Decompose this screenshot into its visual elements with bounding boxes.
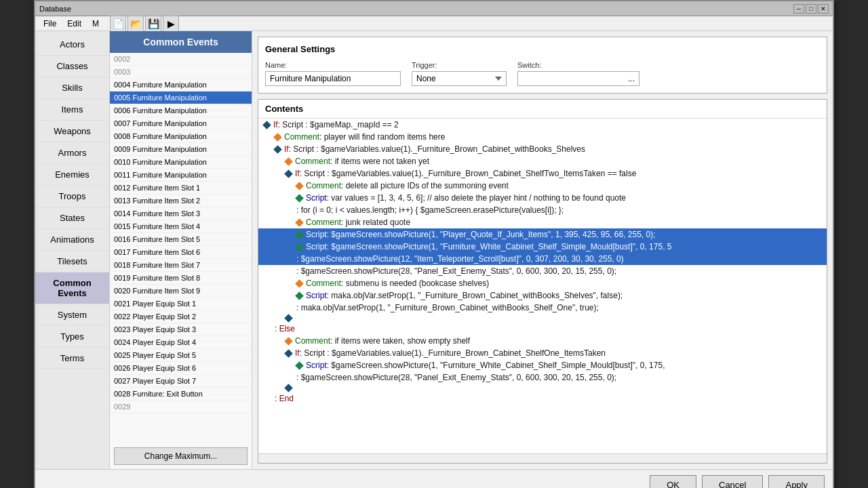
switch-label: Switch: [517, 61, 639, 69]
content-line[interactable]: Comment : if items were not taken yet [258, 155, 827, 167]
content-line[interactable]: : maka.objVar.setProp(1, "_Furniture_Bro… [258, 302, 827, 314]
content-line[interactable]: : $gameScreen.showPicture(28, "Panel_Exi… [258, 265, 827, 277]
contents-box: Contents If : Script : $gameMap._mapId =… [258, 99, 827, 464]
event-list-item[interactable]: 0019 Furniture Item Slot 8 [110, 272, 252, 285]
event-list-item[interactable]: 0012 Furniture Item Slot 1 [110, 182, 252, 195]
content-line[interactable]: Script : maka.objVar.setProp(1, "_Furnit… [258, 289, 827, 302]
sidebar-item-actors[interactable]: Actors [35, 34, 109, 56]
footer-buttons: OK Cancel Apply [35, 469, 833, 488]
common-events-panel: Common Events 000200030004 Furniture Man… [110, 31, 252, 469]
content-line[interactable]: Comment : submenu is needed (bookcase sh… [258, 277, 827, 289]
event-list-item[interactable]: 0029 [110, 401, 252, 413]
content-line[interactable]: If : Script : $gameVariables.value(1)._F… [258, 143, 827, 155]
event-list-item[interactable]: 0026 Player Equip Slot 6 [110, 362, 252, 375]
content-line[interactable]: If : Script : $gameVariables.value(1)._F… [258, 167, 827, 180]
menu-edit[interactable]: Edit [62, 18, 87, 30]
content-line[interactable]: : End [258, 392, 827, 405]
content-line[interactable]: Comment : if items were taken, show empt… [258, 335, 827, 347]
contents-inner[interactable]: If : Script : $gameMap._mapId == 2Commen… [258, 119, 827, 453]
event-list-item[interactable]: 0007 Furniture Manipulation [110, 117, 252, 130]
sidebar-item-armors[interactable]: Armors [35, 142, 109, 164]
name-field: Name: [265, 61, 401, 86]
event-list-item[interactable]: 0017 Furniture Item Slot 6 [110, 246, 252, 259]
event-list-item[interactable]: 0011 Furniture Manipulation [110, 169, 252, 182]
event-list-item[interactable]: 0003 [110, 66, 252, 79]
menu-m[interactable]: M [87, 18, 104, 30]
events-list-container: 000200030004 Furniture Manipulation0005 … [110, 53, 252, 443]
cancel-button[interactable]: Cancel [702, 475, 763, 488]
change-maximum-button[interactable]: Change Maximum... [114, 447, 248, 465]
event-list-item[interactable]: 0021 Player Equip Slot 1 [110, 298, 252, 310]
event-list-item[interactable]: 0028 Furniture: Exit Button [110, 388, 252, 401]
events-list[interactable]: 000200030004 Furniture Manipulation0005 … [110, 53, 252, 443]
ok-button[interactable]: OK [650, 475, 696, 488]
event-list-item[interactable]: 0009 Furniture Manipulation [110, 143, 252, 156]
sidebar: Actors Classes Skills Items Weapons Armo… [35, 31, 110, 469]
toolbar-open-button[interactable]: 📂 [127, 16, 144, 32]
title-bar-controls: ─ □ ✕ [793, 4, 829, 14]
event-list-item[interactable]: 0024 Player Equip Slot 4 [110, 336, 252, 349]
content-line[interactable]: Comment : delete all picture IDs of the … [258, 180, 827, 192]
event-list-item[interactable]: 0014 Furniture Item Slot 3 [110, 207, 252, 220]
content-line[interactable]: Comment : junk related quote [258, 216, 827, 228]
content-line[interactable]: If : Script : $gameMap._mapId == 2 [258, 119, 827, 131]
maximize-button[interactable]: □ [806, 4, 816, 14]
sidebar-item-classes[interactable]: Classes [35, 56, 109, 77]
content-line[interactable]: : $gameScreen.showPicture(28, "Panel_Exi… [258, 371, 827, 384]
content-line[interactable]: Script : $gameScreen.showPicture(1, "Pla… [258, 228, 827, 241]
sidebar-item-items[interactable]: Items [35, 99, 109, 121]
sidebar-item-troops[interactable]: Troops [35, 186, 109, 207]
minimize-button[interactable]: ─ [793, 4, 804, 14]
content-line[interactable]: : $gameScreen.showPicture(12, "Item_Tele… [258, 253, 827, 265]
toolbar-new-button[interactable]: 📄 [110, 16, 126, 32]
menu-file[interactable]: File [38, 18, 62, 30]
sidebar-item-enemies[interactable]: Enemies [35, 164, 109, 186]
apply-button[interactable]: Apply [768, 475, 825, 488]
sidebar-item-animations[interactable]: Animations [35, 229, 109, 251]
sidebar-item-skills[interactable]: Skills [35, 77, 109, 99]
event-list-item[interactable]: 0005 Furniture Manipulation [110, 92, 252, 104]
name-input[interactable] [265, 71, 401, 86]
trigger-select[interactable]: None Autorun Parallel [412, 71, 507, 86]
content-line[interactable]: If : Script : $gameVariables.value(1)._F… [258, 347, 827, 359]
content-line[interactable]: Script : $gameScreen.showPicture(1, "Fur… [258, 241, 827, 253]
event-list-item[interactable]: 0016 Furniture Item Slot 5 [110, 233, 252, 246]
content-line[interactable]: : Else [258, 323, 827, 335]
content-line[interactable]: : for (i = 0; i < values.length; i++) { … [258, 204, 827, 216]
content-line[interactable] [258, 314, 827, 323]
content-line[interactable] [258, 384, 827, 392]
event-list-item[interactable]: 0020 Furniture Item Slot 9 [110, 285, 252, 298]
event-list-item[interactable]: 0004 Furniture Manipulation [110, 79, 252, 92]
event-list-item[interactable]: 0023 Player Equip Slot 3 [110, 323, 252, 336]
event-list-item[interactable]: 0013 Furniture Item Slot 2 [110, 195, 252, 207]
content-line[interactable]: Script : var values = [1, 3, 4, 5, 6]; /… [258, 192, 827, 204]
toolbar-play-button[interactable]: ▶ [163, 16, 179, 32]
sidebar-item-tilesets[interactable]: Tilesets [35, 251, 109, 272]
contents-scroll-wrapper: If : Script : $gameMap._mapId == 2Commen… [258, 119, 827, 453]
sidebar-item-terms[interactable]: Terms [35, 348, 109, 369]
content-line[interactable]: Script : $gameScreen.showPicture(1, "Fur… [258, 359, 827, 371]
event-list-item[interactable]: 0002 [110, 53, 252, 66]
sidebar-item-states[interactable]: States [35, 207, 109, 229]
sidebar-item-weapons[interactable]: Weapons [35, 121, 109, 142]
content-line[interactable]: Comment : player will find random items … [258, 131, 827, 143]
sidebar-item-system[interactable]: System [35, 304, 109, 326]
event-list-item[interactable]: 0015 Furniture Item Slot 4 [110, 220, 252, 233]
event-list-item[interactable]: 0010 Furniture Manipulation [110, 156, 252, 169]
sidebar-item-common-events[interactable]: Common Events [35, 272, 109, 304]
event-list-item[interactable]: 0025 Player Equip Slot 5 [110, 349, 252, 362]
event-list-item[interactable]: 0008 Furniture Manipulation [110, 130, 252, 143]
event-list-item[interactable]: 0022 Player Equip Slot 2 [110, 310, 252, 323]
event-list-item[interactable]: 0006 Furniture Manipulation [110, 104, 252, 117]
main-container: Actors Classes Skills Items Weapons Armo… [35, 31, 833, 469]
trigger-field: Trigger: None Autorun Parallel [412, 61, 507, 86]
contents-title: Contents [258, 100, 827, 119]
event-list-item[interactable]: 0018 Furniture Item Slot 7 [110, 259, 252, 272]
toolbar-save-button[interactable]: 💾 [145, 16, 161, 32]
switch-button[interactable]: ... [517, 71, 639, 86]
event-list-item[interactable]: 0027 Player Equip Slot 7 [110, 375, 252, 388]
close-button[interactable]: ✕ [818, 4, 829, 14]
horizontal-scrollbar[interactable] [258, 453, 827, 463]
switch-dots-icon: ... [628, 74, 635, 83]
sidebar-item-types[interactable]: Types [35, 326, 109, 348]
